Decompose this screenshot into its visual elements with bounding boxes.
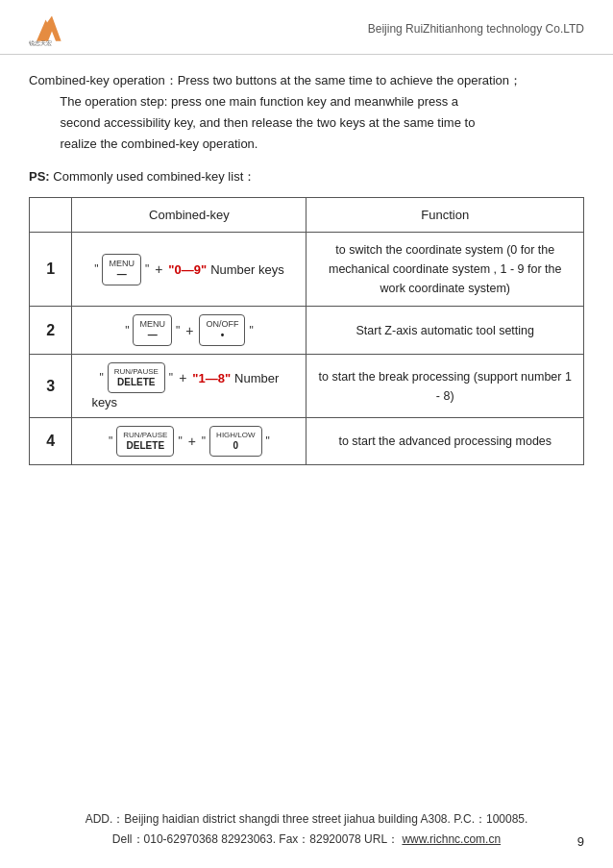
runpause-key-btn2: RUN/PAUSE DELETE xyxy=(116,426,174,457)
close-quote2: " xyxy=(249,324,253,337)
row3-keys-label: keys xyxy=(82,395,296,409)
open-quote: " xyxy=(94,262,98,276)
logo-area: 锐志天宏 RUIZHITIANHONG xyxy=(29,12,75,46)
row4-num: 4 xyxy=(30,418,72,465)
close-quote: " xyxy=(176,324,180,337)
row4-function-text: to start the advanced processing modes xyxy=(316,432,574,451)
intro-line3: second accessibility key, and then relea… xyxy=(61,115,476,130)
intro-line1: Combined-key operation：Press two buttons… xyxy=(29,73,522,87)
intro-paragraph: Combined-key operation：Press two buttons… xyxy=(29,70,584,155)
main-content: Combined-key operation：Press two buttons… xyxy=(0,55,613,465)
company-name-text: Beijing RuiZhitianhong technology Co.LTD xyxy=(368,22,584,36)
row2-combined: " MENU — " + ON/OFF • " xyxy=(72,307,306,355)
svg-marker-0 xyxy=(37,15,61,40)
ps-line: PS: Commonly used combined-key list： xyxy=(29,168,584,186)
plus-icon: + xyxy=(155,261,162,277)
row2-key-combo: " MENU — " + ON/OFF • " xyxy=(82,314,296,346)
open-quote: " xyxy=(109,434,112,448)
intro-line2: The operation step: press one main funct… xyxy=(60,94,458,109)
page-footer: ADD.：Beijing haidian district shangdi th… xyxy=(0,809,613,849)
page-header: 锐志天宏 RUIZHITIANHONG Beijing RuiZhitianho… xyxy=(0,0,613,55)
row2-num: 2 xyxy=(30,307,72,355)
footer-line1: ADD.：Beijing haidian district shangdi th… xyxy=(0,809,613,829)
row1-num: 1 xyxy=(30,233,72,307)
row4-key-combo: " RUN/PAUSE DELETE " + " HIGH/LOW 0 " xyxy=(82,426,296,457)
table-row: 1 " MENU — " + "0—9" Number keys xyxy=(30,233,584,307)
menu-key-btn2: MENU — xyxy=(133,314,172,346)
col-header-combined: Combined-key xyxy=(72,198,306,233)
row3-extra-label: Number xyxy=(234,371,279,385)
row3-function-text: to start the break processing (support n… xyxy=(316,367,574,406)
open-quote: " xyxy=(100,371,104,384)
row3-num: 3 xyxy=(30,355,72,418)
footer-url-link[interactable]: www.richnc.com.cn xyxy=(402,832,501,846)
close-quote: " xyxy=(169,371,173,384)
ps-label: PS: xyxy=(29,169,50,184)
open-quote: " xyxy=(125,324,129,337)
page-number: 9 xyxy=(577,834,584,849)
highlow-key-btn: HIGH/LOW 0 xyxy=(209,426,261,457)
col-header-function: Function xyxy=(306,198,584,233)
table-row: 2 " MENU — " + ON/OFF • xyxy=(30,307,584,355)
onoff-key-btn: ON/OFF • xyxy=(199,314,245,346)
ps-text: Commonly used combined-key list： xyxy=(53,169,256,184)
svg-text:锐志天宏: 锐志天宏 xyxy=(29,39,52,46)
row3-key-combo: " RUN/PAUSE DELETE " + "1—8" Number xyxy=(82,362,296,393)
close-quote: " xyxy=(145,262,149,276)
row1-combined: " MENU — " + "0—9" Number keys xyxy=(72,233,306,307)
company-logo-icon: 锐志天宏 RUIZHITIANHONG xyxy=(29,12,75,46)
row2-function-text: Start Z-axis automatic tool setting xyxy=(316,321,574,340)
row3-combined: " RUN/PAUSE DELETE " + "1—8" Number keys xyxy=(72,355,306,418)
row4-combined: " RUN/PAUSE DELETE " + " HIGH/LOW 0 " xyxy=(72,418,306,465)
col-header-num xyxy=(30,198,72,233)
plus-icon: + xyxy=(179,370,186,385)
table-row: 4 " RUN/PAUSE DELETE " + " HIGH/LOW 0 xyxy=(30,418,584,465)
row3-key-label: "1—8" xyxy=(192,371,231,385)
plus-icon: + xyxy=(188,434,196,449)
row1-function-text: to switch the coordinate system (0 for t… xyxy=(316,240,574,298)
row1-function: to switch the coordinate system (0 for t… xyxy=(306,233,584,307)
row1-key-label: "0—9" xyxy=(168,262,207,277)
intro-line4: realize the combined-key operation. xyxy=(61,136,258,151)
runpause-key-btn: RUN/PAUSE DELETE xyxy=(108,362,165,393)
close-quote: " xyxy=(178,434,182,448)
footer-contact: Dell：010-62970368 82923063. Fax：82920078… xyxy=(112,832,399,846)
footer-line2: Dell：010-62970368 82923063. Fax：82920078… xyxy=(0,830,613,849)
row1-key-combo: " MENU — " + "0—9" Number keys xyxy=(82,254,296,285)
combined-key-table: Combined-key Function 1 " MENU — " + xyxy=(29,197,584,465)
open-quote2: " xyxy=(202,434,206,448)
plus-icon: + xyxy=(185,323,193,338)
close-quote3: " xyxy=(266,434,270,448)
row2-function: Start Z-axis automatic tool setting xyxy=(306,307,584,355)
row4-function: to start the advanced processing modes xyxy=(306,418,584,465)
row1-extra-label: Number keys xyxy=(210,262,284,277)
row3-function: to start the break processing (support n… xyxy=(306,355,584,418)
table-row: 3 " RUN/PAUSE DELETE " + "1—8" Number ke… xyxy=(30,355,584,418)
menu-key-btn: MENU — xyxy=(102,254,141,285)
